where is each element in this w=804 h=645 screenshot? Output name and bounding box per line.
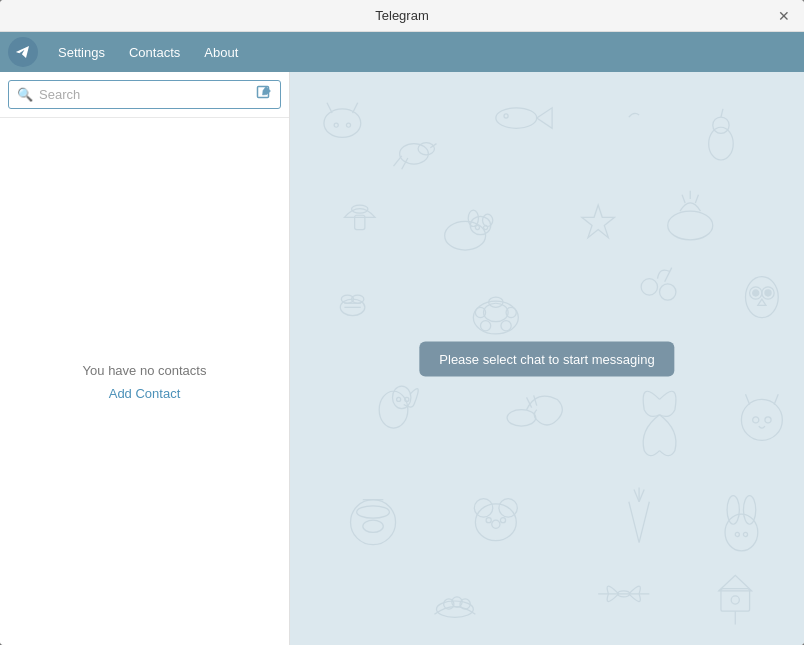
svg-point-75 [743, 496, 755, 525]
sidebar-body: You have no contacts Add Contact [0, 118, 289, 645]
svg-point-15 [713, 117, 729, 133]
menu-bar: Settings Contacts About [0, 32, 804, 72]
svg-line-72 [639, 489, 644, 501]
svg-line-3 [353, 103, 358, 113]
svg-line-9 [394, 156, 402, 166]
window-title: Telegram [375, 8, 428, 23]
telegram-icon [14, 43, 32, 61]
search-bar: 🔍 [0, 72, 289, 118]
svg-point-85 [731, 596, 739, 604]
svg-point-23 [475, 225, 479, 229]
sidebar: 🔍 You have no contacts Add Contact [0, 72, 290, 645]
svg-point-48 [379, 391, 408, 428]
svg-point-63 [363, 520, 383, 532]
svg-point-6 [400, 144, 429, 164]
svg-point-59 [765, 417, 771, 423]
close-button[interactable]: ✕ [774, 7, 794, 25]
svg-point-69 [500, 518, 505, 523]
svg-point-14 [709, 127, 734, 160]
svg-line-28 [695, 195, 698, 203]
svg-point-4 [334, 123, 338, 127]
svg-point-55 [741, 399, 782, 440]
svg-point-77 [743, 532, 747, 536]
search-input-wrapper: 🔍 [8, 80, 281, 109]
svg-point-19 [445, 221, 486, 250]
svg-point-11 [496, 108, 537, 128]
menu-item-about[interactable]: About [194, 39, 248, 66]
svg-point-5 [346, 123, 350, 127]
no-contacts-message: You have no contacts [83, 363, 207, 378]
title-bar: Telegram ✕ [0, 0, 804, 32]
svg-point-46 [753, 290, 759, 296]
svg-line-56 [746, 394, 750, 404]
menu-item-contacts[interactable]: Contacts [119, 39, 190, 66]
svg-point-40 [489, 297, 503, 307]
svg-point-73 [725, 514, 758, 551]
svg-point-24 [484, 225, 488, 229]
compose-icon[interactable] [256, 85, 272, 104]
search-input[interactable] [39, 87, 252, 102]
svg-point-12 [504, 114, 508, 118]
svg-point-22 [483, 214, 493, 226]
chat-placeholder: Please select chat to start messaging [419, 341, 674, 376]
svg-point-37 [501, 321, 511, 331]
svg-point-36 [480, 321, 490, 331]
svg-point-50 [397, 397, 401, 401]
svg-point-64 [475, 504, 516, 541]
svg-line-26 [682, 195, 685, 203]
svg-line-2 [327, 103, 332, 113]
app-logo[interactable] [8, 37, 38, 67]
svg-point-61 [357, 506, 390, 518]
main-content: 🔍 You have no contacts Add Contact [0, 72, 804, 645]
svg-point-74 [727, 496, 739, 525]
add-contact-link[interactable]: Add Contact [109, 386, 181, 401]
svg-point-35 [484, 303, 509, 321]
svg-point-52 [507, 410, 536, 426]
svg-point-47 [765, 290, 771, 296]
menu-item-settings[interactable]: Settings [48, 39, 115, 66]
svg-point-42 [660, 284, 676, 300]
svg-point-58 [753, 417, 759, 423]
search-icon: 🔍 [17, 87, 33, 102]
svg-point-41 [641, 279, 657, 295]
svg-point-67 [492, 520, 500, 528]
svg-point-1 [324, 109, 361, 138]
app-window: Telegram ✕ Settings Contacts About 🔍 [0, 0, 804, 645]
svg-point-25 [668, 211, 713, 240]
svg-point-76 [735, 532, 739, 536]
svg-rect-84 [721, 589, 750, 612]
chat-area: Please select chat to start messaging [290, 72, 804, 645]
svg-line-16 [721, 109, 723, 117]
svg-line-70 [634, 489, 639, 501]
svg-point-68 [486, 518, 491, 523]
svg-line-57 [774, 394, 778, 404]
